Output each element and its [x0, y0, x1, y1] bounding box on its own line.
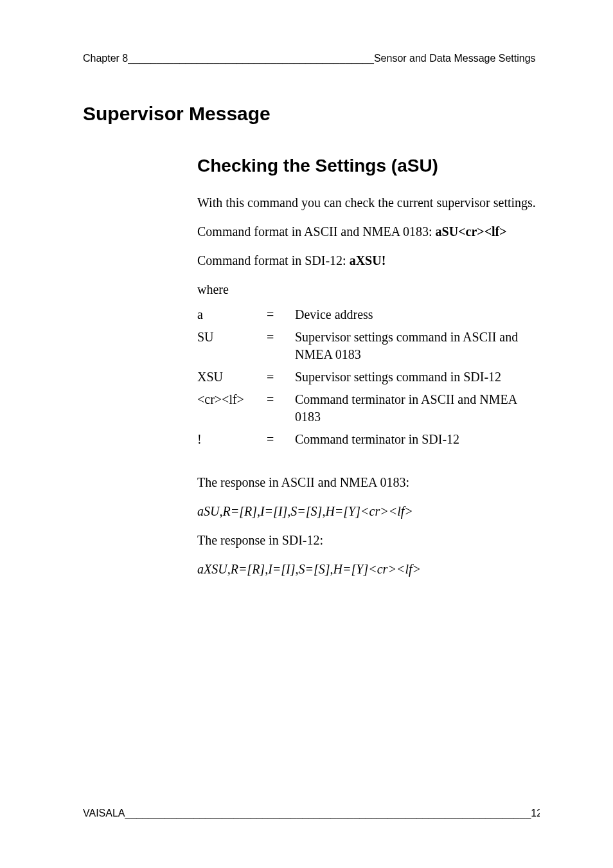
page: Chapter 8 ______________________________…: [0, 0, 613, 868]
header-left: Chapter 8: [83, 53, 128, 64]
def-symbol: XSU: [197, 366, 267, 388]
def-symbol: SU: [197, 326, 267, 366]
where-label: where: [197, 281, 540, 298]
page-number: 123: [531, 808, 540, 819]
response-ascii-label: The response in ASCII and NMEA 0183:: [197, 474, 540, 491]
footer-rule: ________________________________________…: [125, 808, 531, 819]
table-row: ! = Command terminator in SDI-12: [197, 428, 540, 451]
response-ascii-value: aSU,R=[R],I=[I],S=[S],H=[Y]<cr><lf>: [197, 503, 540, 520]
header-rule: ________________________________________…: [128, 53, 374, 64]
def-description: Supervisor settings command in ASCII and…: [295, 326, 540, 366]
footer-left: VAISALA: [83, 808, 125, 819]
heading-supervisor-message: Supervisor Message: [83, 103, 540, 125]
def-symbol: a: [197, 303, 267, 326]
cmd-format-ascii-value: aSU<cr><lf>: [436, 224, 507, 239]
def-equals: =: [267, 326, 295, 366]
response-sdi12-label: The response in SDI-12:: [197, 532, 540, 549]
def-equals: =: [267, 428, 295, 451]
def-equals: =: [267, 303, 295, 326]
def-symbol: <cr><lf>: [197, 388, 267, 428]
cmd-format-sdi12-value: aXSU!: [350, 253, 386, 267]
def-description: Command terminator in SDI-12: [295, 428, 540, 451]
def-equals: =: [267, 366, 295, 388]
cmd-format-sdi12: Command format in SDI-12: aXSU!: [197, 252, 540, 269]
cmd-format-ascii-label: Command format in ASCII and NMEA 0183:: [197, 224, 436, 239]
table-row: a = Device address: [197, 303, 540, 326]
heading-checking-settings: Checking the Settings (aSU): [197, 156, 540, 176]
cmd-format-ascii: Command format in ASCII and NMEA 0183: a…: [197, 223, 540, 240]
page-header: Chapter 8 ______________________________…: [83, 53, 540, 64]
table-row: SU = Supervisor settings command in ASCI…: [197, 326, 540, 366]
definitions-table: a = Device address SU = Supervisor setti…: [197, 303, 540, 451]
body: With this command you can check the curr…: [197, 194, 540, 578]
intro-paragraph: With this command you can check the curr…: [197, 194, 540, 212]
page-footer: VAISALA ________________________________…: [83, 808, 540, 819]
def-description: Supervisor settings command in SDI-12: [295, 366, 540, 388]
def-description: Device address: [295, 303, 540, 326]
cmd-format-sdi12-label: Command format in SDI-12:: [197, 253, 350, 267]
def-equals: =: [267, 388, 295, 428]
header-right: Sensor and Data Message Settings: [374, 53, 536, 64]
response-sdi12-value: aXSU,R=[R],I=[I],S=[S],H=[Y]<cr><lf>: [197, 561, 540, 578]
table-row: <cr><lf> = Command terminator in ASCII a…: [197, 388, 540, 428]
def-description: Command terminator in ASCII and NMEA 018…: [295, 388, 540, 428]
def-symbol: !: [197, 428, 267, 451]
table-row: XSU = Supervisor settings command in SDI…: [197, 366, 540, 388]
